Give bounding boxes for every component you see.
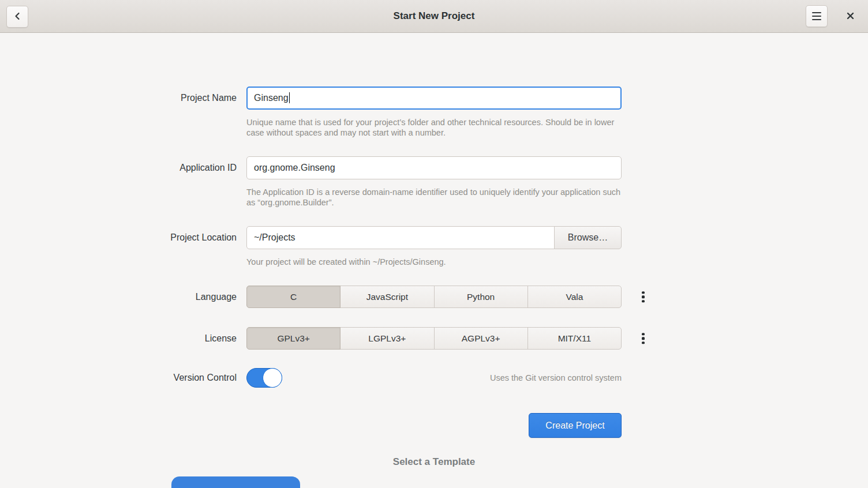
application-id-label: Application ID (179, 156, 237, 179)
application-id-row: Application ID org.gnome.Ginseng The App… (246, 156, 622, 208)
project-form: Project Name Ginseng Unique name that is… (246, 87, 622, 438)
text-caret (289, 92, 290, 103)
window-title: Start New Project (0, 10, 868, 22)
language-more-button[interactable] (641, 290, 646, 304)
language-option-python[interactable]: Python (434, 286, 528, 308)
kebab-vertical-icon (642, 333, 645, 344)
license-more-button[interactable] (641, 332, 646, 346)
chevron-left-icon (13, 12, 22, 22)
project-location-help: Your project will be created within ~/Pr… (246, 257, 622, 267)
language-option-c[interactable]: C (246, 286, 341, 308)
project-name-label: Project Name (181, 87, 237, 110)
language-row: Language C JavaScript Python Vala (246, 286, 622, 308)
select-template-heading: Select a Template (0, 456, 868, 468)
version-control-toggle[interactable] (246, 368, 282, 388)
kebab-vertical-icon (642, 291, 645, 303)
license-option-lgplv3[interactable]: LGPLv3+ (340, 327, 434, 350)
version-control-label: Version Control (174, 368, 237, 388)
hamburger-menu-icon (812, 12, 821, 21)
application-id-input[interactable]: org.gnome.Ginseng (246, 156, 622, 179)
language-option-vala[interactable]: Vala (527, 286, 622, 308)
back-button[interactable] (6, 6, 28, 28)
menu-button[interactable] (806, 5, 828, 27)
version-control-note: Uses the Git version control system (490, 368, 622, 388)
language-label: Language (196, 286, 237, 308)
application-id-help: The Application ID is a reverse domain-n… (246, 187, 622, 208)
project-location-label: Project Location (170, 226, 237, 249)
license-label: License (205, 327, 237, 350)
license-segmented-control: GPLv3+ LGPLv3+ AGPLv3+ MIT/X11 (246, 327, 622, 350)
license-option-gplv3[interactable]: GPLv3+ (246, 327, 341, 350)
close-icon (846, 12, 855, 22)
project-name-row: Project Name Ginseng Unique name that is… (246, 87, 622, 138)
project-name-input[interactable]: Ginseng (246, 87, 622, 110)
header-bar: Start New Project (0, 0, 868, 33)
project-location-input[interactable]: ~/Projects (246, 226, 555, 249)
toggle-knob (263, 368, 282, 388)
close-button[interactable] (839, 6, 861, 28)
license-option-agplv3[interactable]: AGPLv3+ (434, 327, 528, 350)
version-control-row: Version Control Uses the Git version con… (246, 368, 622, 388)
start-new-project-page: Project Name Ginseng Unique name that is… (0, 33, 868, 488)
license-option-mitx11[interactable]: MIT/X11 (527, 327, 622, 350)
project-location-row: Project Location ~/Projects Browse… Your… (246, 226, 622, 267)
browse-button[interactable]: Browse… (554, 226, 622, 249)
language-option-javascript[interactable]: JavaScript (340, 286, 434, 308)
project-name-help: Unique name that is used for your projec… (246, 117, 622, 138)
create-project-button[interactable]: Create Project (529, 413, 622, 438)
template-card[interactable] (171, 476, 300, 488)
template-section: Select a Template (0, 456, 868, 488)
language-segmented-control: C JavaScript Python Vala (246, 286, 622, 308)
create-project-row: Create Project (246, 413, 622, 438)
license-row: License GPLv3+ LGPLv3+ AGPLv3+ MIT/X11 (246, 327, 622, 350)
